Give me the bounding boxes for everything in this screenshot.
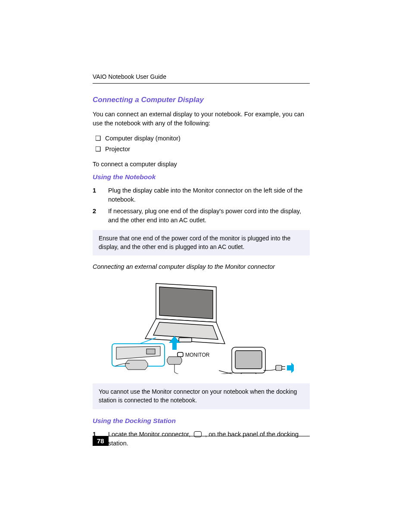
port-callout [112, 338, 165, 370]
header-rule [93, 83, 310, 84]
step-row: 2 If necessary, plug one end of the disp… [93, 207, 310, 225]
arrow-right-icon [287, 363, 294, 373]
monitor-port-label: MONITOR [177, 352, 210, 358]
note-box: Ensure that one end of the power cord of… [93, 230, 310, 255]
bullet-text: Computer display (monitor) [105, 134, 181, 143]
figure-caption: Connecting an external computer display … [93, 262, 310, 271]
intro-bullets: ❑ Computer display (monitor) ❑ Projector [95, 134, 310, 154]
footer-rule [109, 436, 310, 436]
bullet-marker: ❑ [95, 134, 101, 143]
step-text: Plug the display cable into the Monitor … [108, 186, 310, 204]
to-connect-label: To connect a computer display [93, 160, 310, 169]
page-number: 78 [93, 436, 109, 446]
step-text: If necessary, plug one end of the displa… [108, 207, 310, 225]
svg-rect-16 [276, 365, 282, 370]
footer: 78 [93, 436, 310, 446]
intro-paragraph: You can connect an external display to y… [93, 110, 310, 128]
content-column: Connecting a Computer Display You can co… [93, 95, 310, 451]
vga-connector-icon [167, 357, 235, 374]
svg-rect-14 [241, 373, 256, 374]
monitor-label-text: MONITOR [185, 352, 210, 358]
bullet-marker: ❑ [95, 145, 101, 154]
bullet-row: ❑ Computer display (monitor) [95, 134, 310, 143]
subhead-using-notebook: Using the Notebook [93, 172, 310, 182]
laptop-icon [145, 283, 225, 344]
figure-connecting-display: MONITOR [93, 275, 310, 378]
figure-svg: MONITOR [109, 275, 294, 374]
note-box-dock: You cannot use the Monitor connector on … [93, 383, 310, 409]
running-header: VAIO Notebook User Guide [93, 73, 310, 80]
subhead-using-docking: Using the Docking Station [93, 416, 310, 426]
crt-monitor-icon [232, 347, 265, 374]
svg-marker-1 [159, 287, 213, 319]
page: VAIO Notebook User Guide Connecting a Co… [0, 0, 411, 532]
svg-rect-9 [177, 352, 183, 357]
step-number: 2 [93, 207, 100, 225]
bullet-text: Projector [105, 145, 130, 154]
bullet-row: ❑ Projector [95, 145, 310, 154]
power-plug-icon [276, 365, 285, 370]
svg-rect-8 [146, 349, 155, 354]
step-number: 1 [93, 186, 100, 204]
svg-rect-4 [179, 338, 192, 342]
svg-rect-13 [235, 351, 262, 369]
section-title-connecting: Connecting a Computer Display [93, 95, 310, 106]
step-row: 1 Plug the display cable into the Monito… [93, 186, 310, 204]
